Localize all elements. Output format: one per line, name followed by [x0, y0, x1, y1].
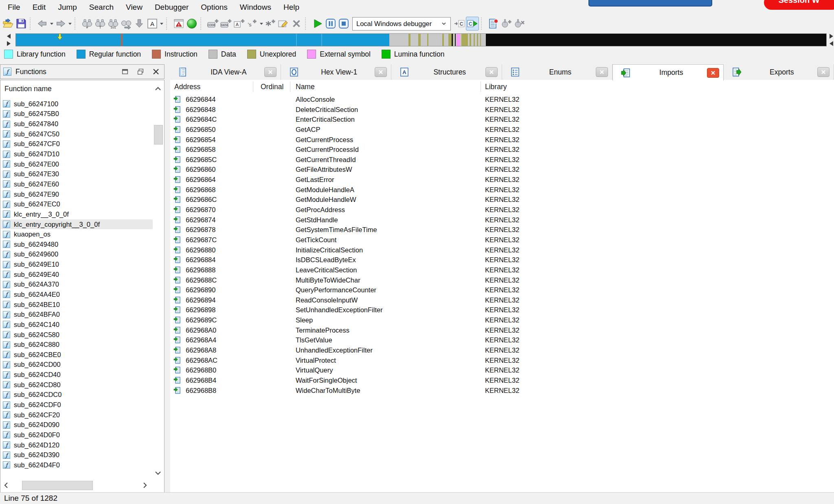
- navigate-back-dropdown[interactable]: [49, 17, 54, 31]
- create-struct-dropdown[interactable]: [259, 17, 264, 31]
- import-table-row[interactable]: 662968B0 VirtualQuery KERNEL32: [170, 365, 834, 375]
- function-list-item[interactable]: ƒ sub_6624BFA0: [1, 309, 153, 320]
- import-table-row[interactable]: 66296848 DeleteCriticalSection KERNEL32: [170, 105, 834, 115]
- debugger-select[interactable]: Local Windows debugger: [352, 17, 451, 31]
- function-list-item[interactable]: ƒ sub_6624A4E0: [1, 289, 153, 300]
- function-list-item[interactable]: ƒ sub_66247E90: [1, 189, 153, 199]
- import-table-row[interactable]: 662968A0 TerminateProcess KERNEL32: [170, 325, 834, 335]
- import-table-row[interactable]: 66296880 InitializeCriticalSection KERNE…: [170, 245, 834, 255]
- import-table-row[interactable]: 662968A4 TlsGetValue KERNEL32: [170, 335, 834, 345]
- column-separator[interactable]: [253, 81, 253, 92]
- function-list-item[interactable]: ƒ sub_66247E60: [1, 179, 153, 189]
- breakpoint-list-button[interactable]: [487, 17, 500, 31]
- import-table-row[interactable]: 6629687C GetTickCount KERNEL32: [170, 235, 834, 245]
- import-table-row[interactable]: 66296844 AllocConsole KERNEL32: [170, 94, 834, 105]
- float-panel-button[interactable]: [135, 67, 146, 76]
- import-table-row[interactable]: 66296870 GetProcAddress KERNEL32: [170, 205, 834, 215]
- close-tab-button[interactable]: [264, 67, 277, 77]
- import-table-row[interactable]: 662968B8 WideCharToMultiByte KERNEL32: [170, 386, 834, 396]
- menu-item[interactable]: Debugger: [149, 0, 195, 15]
- function-list-item[interactable]: ƒ sub_6624D4F0: [1, 460, 153, 469]
- menu-item[interactable]: Search: [83, 0, 120, 15]
- menu-item[interactable]: Jump: [52, 0, 83, 15]
- function-list-item[interactable]: ƒ sub_6624CDC0: [1, 390, 153, 400]
- close-tab-button[interactable]: [707, 68, 719, 78]
- navigate-back-button[interactable]: [36, 17, 49, 31]
- import-table-row[interactable]: 6629686C GetModuleHandleW KERNEL32: [170, 195, 834, 205]
- column-header-address[interactable]: Address: [174, 83, 200, 91]
- function-list-item[interactable]: ƒ sub_6624D120: [1, 440, 153, 450]
- session-button[interactable]: Session W: [764, 0, 834, 10]
- close-tab-button[interactable]: [596, 67, 608, 77]
- debug-start-button[interactable]: [311, 17, 324, 31]
- function-list-item[interactable]: ƒ sub_6624A370: [1, 280, 153, 290]
- menu-item[interactable]: Help: [277, 0, 305, 15]
- function-list-item[interactable]: ƒ sub_66247E30: [1, 169, 153, 179]
- function-list-item[interactable]: ƒ sub_6624CBE0: [1, 350, 153, 360]
- tab-exports[interactable]: Exports: [724, 64, 834, 80]
- debug-pause-button[interactable]: [324, 17, 337, 31]
- function-list-item[interactable]: ƒ klc_entry__3_0_0f: [1, 209, 153, 219]
- function-list-item[interactable]: ƒ sub_6624CD80: [1, 380, 153, 390]
- navband-scroll-left[interactable]: [4, 34, 13, 46]
- maximize-panel-button[interactable]: [120, 67, 130, 76]
- menu-item[interactable]: File: [2, 0, 26, 15]
- function-list-item[interactable]: ƒ sub_66249600: [1, 250, 153, 260]
- close-tab-button[interactable]: [485, 67, 498, 77]
- patch-button[interactable]: [264, 17, 277, 31]
- search-next-button[interactable]: [120, 17, 133, 31]
- close-tab-button[interactable]: [375, 67, 387, 77]
- vertical-scrollbar-thumb[interactable]: [154, 125, 163, 145]
- function-list-item[interactable]: ƒ sub_66247D10: [1, 149, 153, 159]
- menu-item[interactable]: Options: [195, 0, 233, 15]
- column-separator[interactable]: [290, 81, 290, 92]
- jump-address-button[interactable]: [133, 17, 146, 31]
- function-list-item[interactable]: ƒ sub_6624C580: [1, 330, 153, 340]
- text-view-dropdown[interactable]: [159, 17, 164, 31]
- navigate-forward-dropdown[interactable]: [67, 17, 72, 31]
- import-table-row[interactable]: 66296850 GetACP KERNEL32: [170, 125, 834, 135]
- import-table-row[interactable]: 662968B4 WaitForSingleObject KERNEL32: [170, 375, 834, 386]
- import-table-row[interactable]: 66296864 GetLastError KERNEL32: [170, 175, 834, 185]
- tab-ida-view-a[interactable]: IDA View-A: [170, 64, 281, 80]
- import-table-row[interactable]: 66296854 GetCurrentProcess KERNEL32: [170, 135, 834, 145]
- function-name-column-header[interactable]: Function name: [4, 85, 52, 93]
- tab-enums[interactable]: Enums: [502, 64, 613, 80]
- search-text-button[interactable]: T: [94, 17, 107, 31]
- function-list-item[interactable]: ƒ sub_6624BE10: [1, 300, 153, 310]
- create-string-button[interactable]: A: [233, 17, 246, 31]
- function-list-item[interactable]: ƒ sub_66247E00: [1, 159, 153, 169]
- import-table-row[interactable]: 6629689C Sleep KERNEL32: [170, 315, 834, 325]
- function-list-item[interactable]: ƒ kuaopen_os: [1, 229, 153, 239]
- import-table-row[interactable]: 66296888 LeaveCriticalSection KERNEL32: [170, 265, 834, 275]
- function-list-item[interactable]: ƒ sub_6624CD00: [1, 360, 153, 370]
- function-list-item[interactable]: ƒ sub_6624CD40: [1, 370, 153, 380]
- function-list-item[interactable]: ƒ sub_6624CF20: [1, 410, 153, 420]
- problems-list-button[interactable]: [172, 17, 185, 31]
- edit-button[interactable]: [277, 17, 290, 31]
- menu-item[interactable]: Edit: [26, 0, 52, 15]
- tab-hex-view-1[interactable]: Hex View-1: [281, 64, 392, 80]
- create-data-button[interactable]: DATA: [219, 17, 233, 31]
- horizontal-scrollbar[interactable]: [2, 480, 152, 490]
- import-table-row[interactable]: 66296860 GetFileAttributesW KERNEL32: [170, 164, 834, 175]
- function-list-item[interactable]: ƒ sub_6624D390: [1, 450, 153, 460]
- tab-structures[interactable]: A Structures: [391, 64, 502, 80]
- function-list-item[interactable]: ƒ sub_66247EC0: [1, 199, 153, 209]
- import-table-row[interactable]: 66296878 GetSystemTimeAsFileTime KERNEL3…: [170, 225, 834, 235]
- import-table-row[interactable]: 66296868 GetModuleHandleA KERNEL32: [170, 185, 834, 195]
- create-code-button[interactable]: CODE: [206, 17, 219, 31]
- import-table-row[interactable]: 6629685C GetCurrentThreadId KERNEL32: [170, 155, 834, 165]
- import-table-row[interactable]: 66296858 GetCurrentProcessId KERNEL32: [170, 145, 834, 155]
- function-list-item[interactable]: ƒ sub_662475B0: [1, 109, 153, 119]
- create-struct-button[interactable]: 's: [246, 17, 259, 31]
- search-immediate-button[interactable]: #: [81, 17, 94, 31]
- function-list-item[interactable]: ƒ sub_6624C140: [1, 320, 153, 330]
- import-table-row[interactable]: 6629688C MultiByteToWideChar KERNEL32: [170, 275, 834, 285]
- scroll-up-arrow[interactable]: [155, 86, 161, 93]
- function-list-item[interactable]: ƒ sub_6624CDF0: [1, 400, 153, 410]
- import-table-row[interactable]: 6629684C EnterCriticalSection KERNEL32: [170, 114, 834, 125]
- function-list-item[interactable]: ƒ klc_entry_copyright__3_0_0f: [1, 219, 153, 230]
- text-view-button[interactable]: A: [146, 17, 159, 31]
- close-panel-button[interactable]: [151, 67, 161, 76]
